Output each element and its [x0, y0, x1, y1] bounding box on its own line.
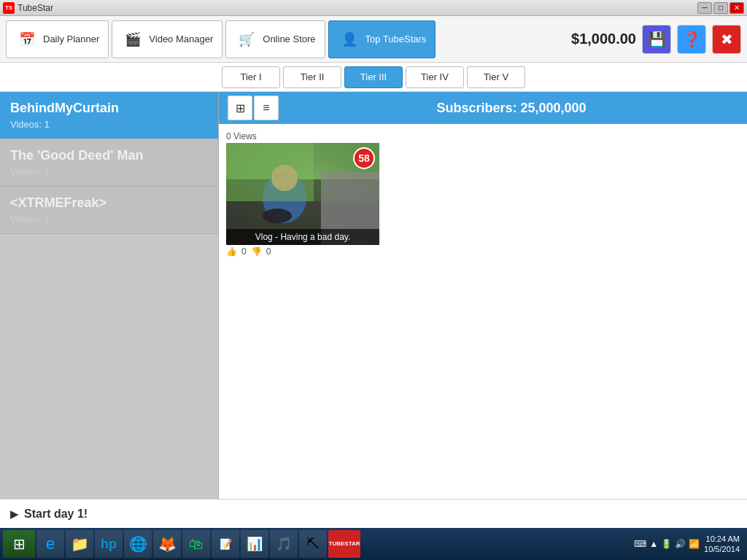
subscribers-label: Subscribers: 25,000,000 [436, 101, 586, 116]
subscribers-bar: ⊞ ≡ Subscribers: 25,000,000 [219, 92, 747, 124]
grid-icon: ⊞ [236, 101, 245, 115]
grid-view-button[interactable]: ⊞ [228, 96, 252, 120]
clock-time: 10:24 AM [704, 534, 740, 544]
battery-icon: 🔋 [661, 539, 672, 549]
store-icon: 🛒 [235, 28, 258, 51]
tab-top-tubestars-label: Top TubeStars [365, 34, 427, 44]
window-title: TubeStar [18, 3, 53, 13]
taskbar-tubestar[interactable]: TUBE STAR [328, 530, 360, 558]
tier-tab-2[interactable]: Tier II [283, 66, 341, 88]
tier-5-label: Tier V [484, 71, 508, 82]
channel-item[interactable]: <XTRMEFreak> Videos: 1 [0, 187, 218, 234]
taskbar-store[interactable]: 🛍 [182, 530, 210, 558]
video-area: 0 Views [219, 124, 747, 264]
tier-1-label: Tier I [240, 71, 261, 82]
left-panel: BehindMyCurtain Videos: 1 The 'Good Deed… [0, 92, 219, 528]
tier-tab-5[interactable]: Tier V [467, 66, 525, 88]
help-button[interactable]: ❓ [677, 25, 706, 54]
tubestar-icon: 👤 [338, 28, 361, 51]
money-display: $1,000.00 [556, 31, 636, 47]
money-area: $1,000.00 💾 ❓ ✖ [556, 25, 741, 54]
tier-tab-3[interactable]: Tier III [344, 66, 403, 88]
clock-date: 10/5/2014 [704, 544, 740, 554]
list-icon: ≡ [263, 101, 269, 114]
svg-point-5 [263, 209, 292, 223]
tab-online-store[interactable]: 🛒 Online Store [225, 20, 325, 58]
like-dislike-bar: 👍 0 👎 0 [226, 246, 379, 257]
help-icon: ❓ [683, 31, 701, 48]
channel-item[interactable]: BehindMyCurtain Videos: 1 [0, 92, 218, 139]
taskbar-docs[interactable]: 📊 [241, 530, 268, 558]
signal-icon: 📶 [689, 539, 700, 549]
score-value: 58 [358, 152, 370, 164]
exit-button[interactable]: ✖ [712, 25, 741, 54]
tab-top-tubestars[interactable]: 👤 Top TubeStars [328, 20, 436, 58]
right-panel: ⊞ ≡ Subscribers: 25,000,000 0 Views [219, 92, 747, 528]
start-button[interactable]: ⊞ [3, 530, 35, 558]
taskbar-ie[interactable]: e [36, 530, 64, 558]
close-button[interactable]: ✕ [729, 2, 744, 14]
thumbdown-icon: 👎 [251, 246, 262, 257]
network-icon: ▲ [649, 539, 658, 549]
video-icon: 🎬 [121, 28, 144, 51]
video-card[interactable]: 0 Views [226, 131, 379, 257]
calendar-icon: 📅 [15, 28, 39, 51]
channel-name: BehindMyCurtain [10, 101, 208, 116]
tier-tab-4[interactable]: Tier IV [406, 66, 464, 88]
taskbar-notepad[interactable]: 📝 [212, 530, 239, 558]
system-tray: ⌨ ▲ 🔋 🔊 📶 [634, 539, 700, 549]
play-icon: ▶ [10, 508, 18, 520]
channel-name: <XTRMEFreak> [10, 195, 208, 211]
taskbar-chrome[interactable]: 🌐 [124, 530, 152, 558]
views-label: 0 Views [226, 131, 379, 141]
taskbar: ⊞ e 📁 hp 🌐 🦊 🛍 📝 📊 🎵 ⛏ TUBE STAR ⌨ ▲ 🔋 🔊… [0, 528, 747, 560]
taskbar-firefox[interactable]: 🦊 [153, 530, 181, 558]
save-icon: 💾 [648, 31, 666, 48]
tier-tab-1[interactable]: Tier I [222, 66, 280, 88]
taskbar-minecraft[interactable]: ⛏ [299, 530, 327, 558]
view-toggle: ⊞ ≡ [228, 96, 279, 120]
channel-videos: Videos: 1 [10, 214, 208, 225]
minimize-button[interactable]: ─ [697, 2, 712, 14]
tab-video-manager[interactable]: 🎬 Video Manager [112, 20, 222, 58]
keyboard-icon: ⌨ [634, 539, 646, 549]
tab-daily-planner-label: Daily Planner [43, 34, 99, 44]
channel-name: The 'Good Deed' Man [10, 148, 208, 163]
likes-count: 0 [241, 246, 247, 257]
video-thumbnail[interactable]: 58 Vlog - Having a bad day. [226, 143, 379, 245]
save-button[interactable]: 💾 [642, 25, 671, 54]
tab-online-store-label: Online Store [263, 34, 315, 44]
content-wrapper: Tier I Tier II Tier III Tier IV Tier V B… [0, 63, 747, 528]
taskbar-audio[interactable]: 🎵 [270, 530, 298, 558]
channel-item[interactable]: The 'Good Deed' Man Videos: 1 [0, 139, 218, 187]
tier-4-label: Tier IV [421, 71, 449, 82]
app-icon: TS [3, 2, 15, 14]
channel-videos: Videos: 1 [10, 166, 208, 177]
nav-bar: 📅 Daily Planner 🎬 Video Manager 🛒 Online… [0, 16, 747, 63]
dislikes-count: 0 [266, 246, 271, 257]
channel-videos: Videos: 1 [10, 119, 208, 130]
thumbup-icon: 👍 [226, 246, 237, 257]
start-day-label: Start day 1! [24, 508, 88, 521]
tier-3-label: Tier III [360, 71, 387, 82]
tab-daily-planner[interactable]: 📅 Daily Planner [6, 20, 109, 58]
title-bar-controls: ─ □ ✕ [697, 2, 744, 14]
tier-bar: Tier I Tier II Tier III Tier IV Tier V [0, 63, 747, 92]
volume-icon: 🔊 [675, 539, 686, 549]
list-view-button[interactable]: ≡ [254, 96, 279, 120]
title-bar: TS TubeStar ─ □ ✕ [0, 0, 747, 16]
tier-2-label: Tier II [301, 71, 325, 82]
svg-rect-7 [226, 143, 314, 201]
clock: 10:24 AM 10/5/2014 [704, 534, 740, 555]
main-area: BehindMyCurtain Videos: 1 The 'Good Deed… [0, 92, 747, 528]
video-caption: Vlog - Having a bad day. [226, 229, 379, 245]
taskbar-right: ⌨ ▲ 🔋 🔊 📶 10:24 AM 10/5/2014 [634, 534, 744, 555]
taskbar-hp[interactable]: hp [95, 530, 123, 558]
score-badge: 58 [353, 147, 375, 169]
tab-video-manager-label: Video Manager [149, 34, 213, 44]
title-bar-left: TS TubeStar [3, 2, 53, 14]
bottom-bar[interactable]: ▶ Start day 1! [0, 499, 747, 528]
taskbar-folder[interactable]: 📁 [66, 530, 93, 558]
exit-icon: ✖ [721, 31, 733, 48]
maximize-button[interactable]: □ [713, 2, 728, 14]
